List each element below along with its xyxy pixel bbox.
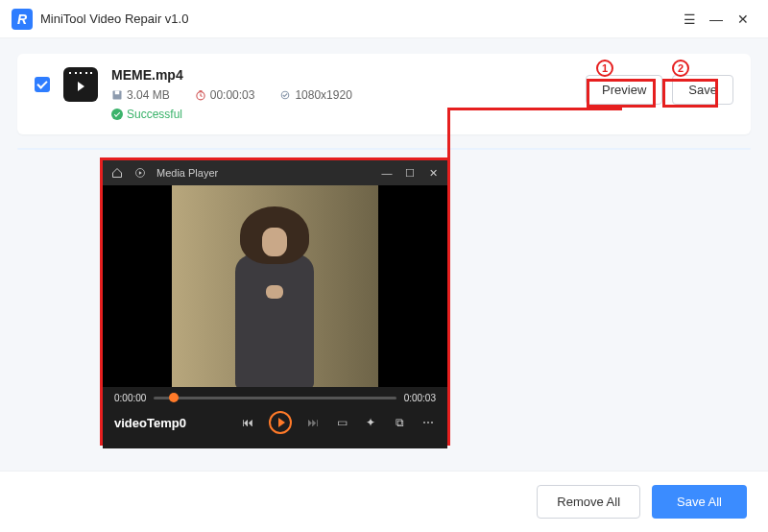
home-icon[interactable] xyxy=(110,166,124,180)
close-icon[interactable]: ✕ xyxy=(730,6,756,33)
prev-icon[interactable]: ⏮ xyxy=(240,416,255,429)
annotation-badge-2: 2 xyxy=(672,60,689,77)
file-name: MEME.mp4 xyxy=(111,67,572,83)
success-icon xyxy=(111,109,123,120)
settings-icon[interactable]: ✦ xyxy=(363,416,378,429)
play-glyph-icon xyxy=(133,166,147,180)
file-size: 3.04 MB xyxy=(111,88,170,102)
player-controls: 0:00:00 0:00:03 videoTemp0 ⏮ ⏭ ▭ ✦ ⧉ ⋯ xyxy=(103,387,447,448)
app-title: MiniTool Video Repair v1.0 xyxy=(40,12,188,26)
divider xyxy=(17,148,751,150)
player-titlebar: Media Player — ☐ ✕ xyxy=(103,160,447,185)
app-logo: R xyxy=(12,9,33,30)
media-player-window: Media Player — ☐ ✕ 0:00:00 0:00:03 video… xyxy=(100,157,450,446)
svg-rect-1 xyxy=(115,91,120,95)
bottom-bar: Remove All Save All xyxy=(0,471,768,532)
save-all-button[interactable]: Save All xyxy=(652,485,747,519)
titlebar: R MiniTool Video Repair v1.0 ☰ — ✕ xyxy=(0,0,768,38)
video-frame[interactable] xyxy=(103,185,447,387)
more-icon[interactable]: ⋯ xyxy=(420,416,436,429)
disk-icon xyxy=(111,89,123,101)
svg-rect-3 xyxy=(199,90,202,91)
play-button[interactable] xyxy=(269,411,292,434)
player-close-icon[interactable]: ✕ xyxy=(426,166,440,180)
seek-bar[interactable] xyxy=(154,397,396,399)
remove-all-button[interactable]: Remove All xyxy=(537,485,640,519)
minimize-icon[interactable]: — xyxy=(703,6,730,33)
annotation-badge-1: 1 xyxy=(596,60,613,77)
file-checkbox[interactable] xyxy=(35,77,50,92)
next-icon[interactable]: ⏭ xyxy=(305,416,321,429)
file-resolution: 1080x1920 xyxy=(279,88,351,102)
pip-icon[interactable]: ⧉ xyxy=(392,416,407,429)
resolution-icon xyxy=(279,89,291,101)
time-total: 0:00:03 xyxy=(404,393,436,403)
player-minimize-icon[interactable]: — xyxy=(380,166,394,180)
file-duration: 00:00:03 xyxy=(195,88,255,102)
clock-icon xyxy=(195,89,206,101)
aspect-icon[interactable]: ▭ xyxy=(334,416,349,429)
menu-icon[interactable]: ☰ xyxy=(676,6,703,33)
annotation-box-preview xyxy=(587,79,656,108)
video-name: videoTemp0 xyxy=(114,416,186,430)
annotation-connector-h xyxy=(447,108,622,110)
time-elapsed: 0:00:00 xyxy=(114,393,146,403)
annotation-box-save xyxy=(662,79,718,108)
video-file-icon xyxy=(63,67,98,102)
player-maximize-icon[interactable]: ☐ xyxy=(403,166,417,180)
player-title: Media Player xyxy=(156,167,218,179)
annotation-connector-v xyxy=(447,108,450,160)
